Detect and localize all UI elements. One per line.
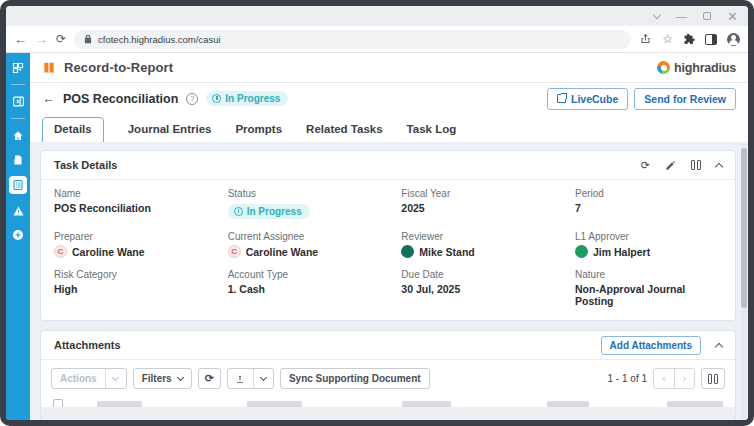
field-status: Status In Progress bbox=[228, 188, 402, 220]
task-details-title: Task Details bbox=[54, 159, 117, 171]
actions-button[interactable]: Actions bbox=[51, 368, 127, 389]
apps-grid-icon[interactable] bbox=[11, 60, 26, 75]
attachments-toolbar: Actions Filters ⟳ bbox=[41, 360, 735, 397]
sync-supporting-document-button[interactable]: Sync Supporting Document bbox=[280, 368, 430, 389]
status-badge: In Progress bbox=[228, 204, 310, 219]
tab-prompts[interactable]: Prompts bbox=[235, 118, 282, 142]
attachments-table-band bbox=[41, 407, 735, 420]
app-header: Record-to-Report highradius bbox=[30, 53, 748, 83]
task-details-fields: Name POS Reconciliation Status In Progre… bbox=[41, 180, 735, 320]
page-next-icon[interactable]: › bbox=[674, 369, 694, 388]
attachments-card: Attachments Add Attachments Actions Filt… bbox=[40, 330, 736, 420]
page-prev-icon[interactable]: ‹ bbox=[654, 369, 674, 388]
columns-icon[interactable] bbox=[691, 160, 701, 170]
field-reviewer: Reviewer Mike Stand bbox=[401, 231, 575, 258]
field-due-date: Due Date 30 Jul, 2025 bbox=[401, 269, 575, 307]
app-sidebar bbox=[6, 53, 30, 420]
document-icon[interactable] bbox=[11, 152, 26, 167]
tab-task-log[interactable]: Task Log bbox=[407, 118, 457, 142]
field-fiscal-year: Fiscal Year 2025 bbox=[401, 188, 575, 220]
status-badge-label: In Progress bbox=[225, 93, 280, 104]
field-period: Period 7 bbox=[575, 188, 722, 220]
page-title: POS Reconciliation bbox=[63, 92, 178, 106]
highradius-logo-text: highradius bbox=[674, 61, 736, 75]
filters-button[interactable]: Filters bbox=[133, 368, 192, 389]
upload-button[interactable] bbox=[227, 368, 274, 389]
panel-toggle-icon[interactable] bbox=[11, 94, 26, 109]
send-for-review-button[interactable]: Send for Review bbox=[634, 88, 736, 110]
refresh-button[interactable]: ⟳ bbox=[198, 368, 221, 389]
page-header: ← POS Reconciliation ? In Progress LiveC… bbox=[30, 83, 748, 114]
tab-related-tasks[interactable]: Related Tasks bbox=[306, 118, 383, 142]
share-icon[interactable] bbox=[639, 33, 652, 45]
edit-icon[interactable] bbox=[665, 160, 676, 171]
sidebar-divider bbox=[11, 118, 25, 119]
attachments-table-header-cropped bbox=[41, 397, 735, 407]
field-l1-approver: L1 Approver Jim Halpert bbox=[575, 231, 722, 258]
back-icon[interactable]: ← bbox=[14, 33, 27, 46]
chevron-down-icon bbox=[112, 374, 119, 381]
status-badge: In Progress bbox=[206, 91, 288, 106]
side-panel-icon[interactable] bbox=[705, 34, 717, 45]
home-icon[interactable] bbox=[11, 128, 26, 143]
avatar: C bbox=[54, 245, 67, 258]
help-icon[interactable]: ? bbox=[186, 93, 198, 105]
window-menu-icon[interactable] bbox=[653, 10, 661, 18]
scrollbar-thumb[interactable] bbox=[741, 148, 747, 308]
select-all-checkbox[interactable] bbox=[53, 399, 63, 407]
browser-toolbar: ← → ⟳ cfotech.highradius.com/casui ☆ bbox=[6, 26, 748, 53]
clock-icon bbox=[234, 207, 243, 216]
collapse-icon[interactable] bbox=[715, 342, 723, 350]
tab-details[interactable]: Details bbox=[42, 117, 104, 143]
attachments-title: Attachments bbox=[54, 339, 121, 351]
refresh-icon[interactable]: ⟳ bbox=[641, 159, 650, 172]
external-link-icon bbox=[557, 94, 566, 103]
extensions-icon[interactable] bbox=[683, 33, 695, 45]
livecube-button[interactable]: LiveCube bbox=[547, 88, 628, 110]
maximize-icon[interactable] bbox=[703, 12, 711, 20]
profile-avatar-icon[interactable] bbox=[727, 33, 740, 46]
record-to-report-logo-icon bbox=[42, 61, 56, 75]
add-attachments-button[interactable]: Add Attachments bbox=[601, 336, 701, 355]
sidebar-item-tasks-active[interactable] bbox=[9, 176, 27, 194]
vertical-scrollbar[interactable] bbox=[741, 144, 747, 420]
highradius-logo-icon bbox=[657, 61, 670, 74]
lock-icon bbox=[84, 34, 92, 44]
field-account-type: Account Type 1. Cash bbox=[228, 269, 402, 307]
warning-triangle-icon[interactable] bbox=[11, 203, 26, 218]
avatar bbox=[401, 245, 414, 258]
pagination-label: 1 - 1 of 1 bbox=[608, 373, 647, 384]
reload-icon[interactable]: ⟳ bbox=[56, 33, 66, 45]
field-current-assignee: Current Assignee CCaroline Wane bbox=[228, 231, 402, 258]
avatar bbox=[575, 245, 588, 258]
back-arrow-icon[interactable]: ← bbox=[42, 91, 55, 106]
plus-circle-icon[interactable] bbox=[11, 227, 26, 242]
field-preparer: Preparer CCaroline Wane bbox=[54, 231, 228, 258]
chevron-down-icon bbox=[260, 374, 267, 381]
page-content: Task Details ⟳ Name POS Reconciliation bbox=[30, 142, 748, 420]
field-risk-category: Risk Category High bbox=[54, 269, 228, 307]
app-title: Record-to-Report bbox=[64, 60, 173, 75]
refresh-icon: ⟳ bbox=[205, 372, 214, 385]
url-text: cfotech.highradius.com/casui bbox=[98, 34, 221, 45]
window-titlebar: — ✕ bbox=[6, 6, 748, 26]
bookmark-star-icon[interactable]: ☆ bbox=[662, 32, 673, 46]
chevron-down-icon bbox=[177, 374, 184, 381]
clock-icon bbox=[212, 94, 221, 103]
field-nature: Nature Non-Approval Journal Posting bbox=[575, 269, 722, 307]
forward-icon[interactable]: → bbox=[35, 33, 48, 46]
tab-bar: Details Journal Entries Prompts Related … bbox=[30, 114, 748, 142]
browser-window: — ✕ ← → ⟳ cfotech.highradius.com/casui ☆ bbox=[0, 0, 754, 426]
tab-journal-entries[interactable]: Journal Entries bbox=[128, 118, 212, 142]
columns-button[interactable] bbox=[701, 368, 725, 389]
close-icon[interactable]: ✕ bbox=[727, 10, 738, 23]
highradius-logo: highradius bbox=[657, 61, 736, 75]
collapse-icon[interactable] bbox=[715, 162, 723, 170]
minimize-icon[interactable]: — bbox=[676, 11, 687, 22]
field-name: Name POS Reconciliation bbox=[54, 188, 228, 220]
address-bar[interactable]: cfotech.highradius.com/casui bbox=[74, 30, 631, 49]
avatar: C bbox=[228, 245, 241, 258]
task-details-card: Task Details ⟳ Name POS Reconciliation bbox=[40, 150, 736, 321]
sidebar-divider bbox=[11, 84, 25, 85]
upload-icon bbox=[235, 374, 245, 384]
